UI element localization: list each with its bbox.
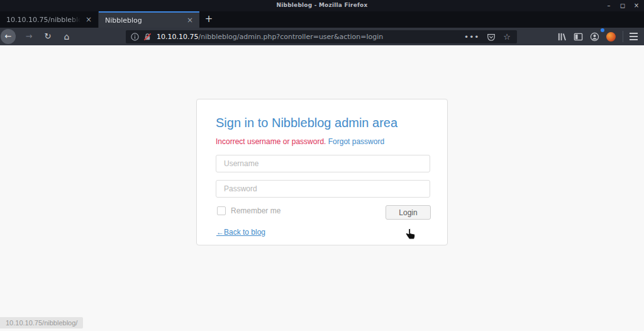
toolbar-separator [623,31,623,42]
toolbar-right-icons [553,28,644,45]
remember-me-group: Remember me [217,206,280,215]
reload-button[interactable]: ↻ [40,30,55,43]
tab-close-icon[interactable]: × [186,16,194,25]
forgot-password-link[interactable]: Forgot password [328,137,384,146]
minimize-button[interactable]: – [605,1,613,10]
url-bar[interactable]: 10.10.10.75/nibbleblog/admin.php?control… [126,30,517,43]
home-button[interactable]: ⌂ [59,30,74,43]
tab-close-icon[interactable]: × [84,15,93,24]
page-title: Sign in to Nibbleblog admin area [216,116,397,130]
tab-bar: 10.10.10.75/nibbleblog/admi × Nibbleblog… [0,11,644,28]
account-icon[interactable] [586,30,602,43]
library-icon[interactable] [553,30,570,43]
hand-cursor-icon [405,228,416,240]
new-tab-button[interactable]: + [199,11,218,28]
password-input[interactable] [216,180,430,198]
back-button[interactable]: ← [1,29,16,44]
tab-label: 10.10.10.75/nibbleblog/admi [6,16,80,24]
profile-avatar-icon[interactable] [602,30,619,43]
error-message: Incorrect username or password. [216,137,326,146]
tab-label: Nibbleblog [105,16,182,25]
back-to-blog-link[interactable]: ←Back to blog [216,228,265,237]
link-preview: 10.10.10.75/nibbleblog/ [6,319,77,327]
insecure-lock-icon[interactable] [143,33,152,41]
window-title: Nibbleblog - Mozilla Firefox [0,2,644,8]
sidebar-icon[interactable] [570,30,586,43]
menu-icon[interactable] [630,33,638,40]
tab-nibbleblog-active[interactable]: Nibbleblog × [99,11,199,28]
browser-viewport: Sign in to Nibbleblog admin area Incorre… [0,45,644,331]
urlbar-actions: ••• ☆ [458,32,517,42]
close-button[interactable]: × [633,1,640,10]
maximize-button[interactable]: ◻ [619,1,626,10]
remember-me-checkbox[interactable] [217,206,226,215]
window-controls: – ◻ × [605,1,640,10]
bookmark-star-icon[interactable]: ☆ [503,32,511,42]
forward-button[interactable]: → [21,30,36,43]
title-bar: Nibbleblog - Mozilla Firefox – ◻ × [0,0,644,11]
page-actions-icon[interactable]: ••• [464,33,479,42]
pocket-icon[interactable] [487,33,496,42]
info-icon[interactable] [131,33,139,41]
status-bar: 10.10.10.75/nibbleblog/ [0,317,83,328]
username-input[interactable] [216,155,430,172]
url-path: /nibbleblog/admin.php?controller=user&ac… [198,33,383,41]
site-identity [126,33,157,41]
url-host: 10.10.10.75 [157,33,198,41]
login-button[interactable]: Login [386,205,431,220]
error-line: Incorrect username or password. Forgot p… [216,137,384,146]
remember-me-label: Remember me [231,206,280,215]
login-card: Sign in to Nibbleblog admin area Incorre… [196,99,448,245]
notification-dot [601,28,604,32]
address-text[interactable]: 10.10.10.75/nibbleblog/admin.php?control… [157,33,458,41]
navigation-toolbar: ← → ↻ ⌂ 10.10.10.75/nibbleblog/admin.php… [0,28,644,45]
firefox-window: Nibbleblog - Mozilla Firefox – ◻ × 10.10… [0,0,644,331]
tab-nibbleblog-admin[interactable]: 10.10.10.75/nibbleblog/admi × [0,11,99,28]
